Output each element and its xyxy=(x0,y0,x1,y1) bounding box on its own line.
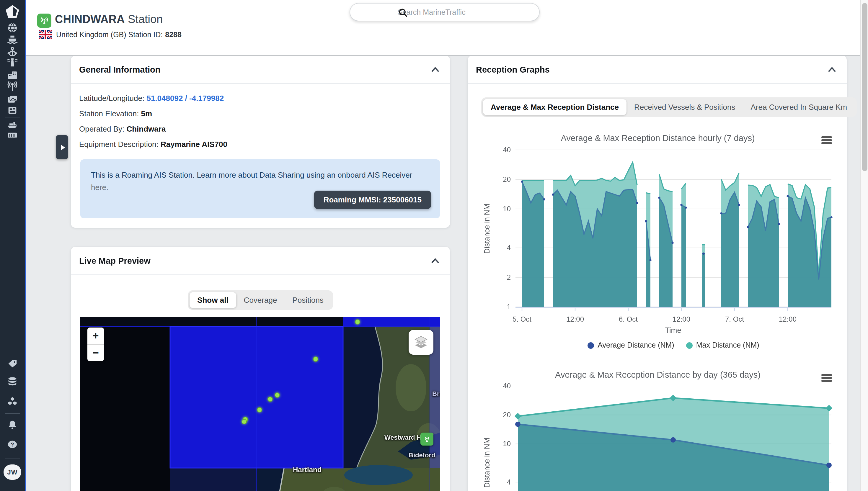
station-meta: United Kingdom (GB) Station ID:8288 xyxy=(39,30,181,39)
container-icon[interactable] xyxy=(6,129,18,141)
collapse-chevron-up-icon[interactable] xyxy=(431,258,439,263)
svg-text:6. Oct: 6. Oct xyxy=(619,315,638,323)
vessel-marker[interactable] xyxy=(274,392,280,398)
notice-text: This is a Roaming AIS Station. Learn mor… xyxy=(91,171,412,179)
vessel-marker[interactable] xyxy=(313,356,318,362)
tab-avg-max-reception-distance[interactable]: Average & Max Reception Distance xyxy=(483,99,626,115)
panel-title: General Information xyxy=(79,65,161,74)
tab-positions[interactable]: Positions xyxy=(285,292,331,308)
sidebar-divider xyxy=(5,117,20,117)
station-country: United Kingdom (GB) Station ID: xyxy=(56,30,163,39)
map-label-bideford: Bideford xyxy=(409,452,435,459)
svg-text:7. Oct: 7. Oct xyxy=(725,315,744,323)
station-id: 8288 xyxy=(165,30,181,39)
lighthouse-icon[interactable] xyxy=(6,57,18,68)
chevron-right-icon xyxy=(60,144,65,150)
ferry-icon[interactable] xyxy=(6,34,18,46)
chart-legend: Average Distance (NM) Max Distance (NM) xyxy=(515,341,831,349)
map-label-westward-ho: Westward H xyxy=(384,434,422,441)
layers-icon xyxy=(413,335,429,350)
roaming-station-notice: This is a Roaming AIS Station. Learn mor… xyxy=(80,159,440,219)
sidebar: ?JW xyxy=(0,0,26,491)
zoom-in-button[interactable]: + xyxy=(87,327,104,345)
collapse-chevron-up-icon[interactable] xyxy=(828,67,836,72)
reception-graph-tabs: Average & Max Reception Distance Receive… xyxy=(481,97,857,117)
help-icon[interactable]: ? xyxy=(6,438,18,450)
panel-title: Live Map Preview xyxy=(79,256,150,265)
legend-max-distance[interactable]: Max Distance (NM) xyxy=(686,341,759,349)
svg-text:10: 10 xyxy=(503,440,511,447)
svg-text:20: 20 xyxy=(503,175,511,183)
svg-text:12:00: 12:00 xyxy=(673,315,690,323)
live-map-header: Live Map Preview xyxy=(71,247,450,275)
page: ?JW CHINDWARA Station United Kingdom (GB… xyxy=(0,0,868,491)
zoom-out-button[interactable]: − xyxy=(87,345,104,361)
vessel-marker[interactable] xyxy=(355,319,360,324)
vessel-icon[interactable] xyxy=(6,118,18,130)
general-information-panel: General Information Latitude/Longitude: … xyxy=(71,55,450,228)
svg-text:2: 2 xyxy=(507,273,511,281)
vessel-marker[interactable] xyxy=(241,419,247,424)
anchor-icon[interactable] xyxy=(6,46,18,58)
svg-text:4: 4 xyxy=(507,478,511,486)
map-layer-tabs: Show all Coverage Positions xyxy=(188,290,333,310)
map-zoom-control: + − xyxy=(87,327,104,361)
live-map[interactable]: + − Westward H Bideford Hartland Bra xyxy=(80,317,440,491)
marinetraffic-logo-icon[interactable] xyxy=(5,4,20,20)
search-input[interactable] xyxy=(396,7,511,17)
svg-text:Average & Max Reception Distan: Average & Max Reception Distance by day … xyxy=(555,370,760,379)
tab-coverage[interactable]: Coverage xyxy=(236,292,285,308)
legend-dot-average xyxy=(588,342,594,348)
photos-icon[interactable] xyxy=(6,93,18,105)
globe-icon[interactable] xyxy=(6,22,18,34)
user-avatar[interactable]: JW xyxy=(4,464,21,480)
page-scrollbar xyxy=(860,0,868,491)
top-header: CHINDWARA Station United Kingdom (GB) St… xyxy=(25,0,868,56)
collapse-chevron-up-icon[interactable] xyxy=(431,67,439,72)
lat-long-link[interactable]: 51.048092 / -4.179982 xyxy=(146,94,224,103)
svg-text:1: 1 xyxy=(507,303,511,311)
svg-text:40: 40 xyxy=(503,146,511,154)
ports-buildings-icon[interactable] xyxy=(6,69,18,81)
news-icon[interactable] xyxy=(6,105,18,116)
scrollbar-thumb[interactable] xyxy=(862,3,867,171)
station-antenna-icon xyxy=(37,13,51,28)
svg-text:4: 4 xyxy=(507,244,511,252)
page-title: CHINDWARA Station xyxy=(55,13,163,26)
database-icon[interactable] xyxy=(6,376,18,388)
page-sections-expand-button[interactable] xyxy=(56,135,68,159)
uk-flag-icon xyxy=(39,30,52,39)
vessel-marker[interactable] xyxy=(257,407,262,412)
map-land-overlay xyxy=(80,317,440,491)
svg-text:Distance in NM: Distance in NM xyxy=(483,438,491,488)
equipment-row: Equipment Description: Raymarine AIS700 xyxy=(79,140,450,149)
tab-show-all[interactable]: Show all xyxy=(190,292,236,308)
ais-station-icon[interactable] xyxy=(6,81,18,93)
search-bar[interactable] xyxy=(349,3,540,21)
svg-text:12:00: 12:00 xyxy=(779,315,796,323)
svg-text:10: 10 xyxy=(503,205,511,213)
vessel-marker[interactable] xyxy=(267,396,273,402)
map-layers-button[interactable] xyxy=(409,330,433,355)
svg-text:20: 20 xyxy=(503,411,511,419)
operated-by-row: Operated By: Chindwara xyxy=(79,124,450,134)
svg-text:40: 40 xyxy=(503,382,511,390)
station-marker-icon[interactable] xyxy=(420,433,433,445)
svg-text:Time: Time xyxy=(665,326,681,334)
panel-title: Reception Graphs xyxy=(476,65,550,74)
tag-icon[interactable] xyxy=(6,357,18,370)
tab-area-covered[interactable]: Area Covered In Square Km xyxy=(743,99,855,115)
legend-average-distance[interactable]: Average Distance (NM) xyxy=(588,341,674,349)
search-icon xyxy=(398,8,408,20)
notifications-bell-icon[interactable] xyxy=(6,419,18,431)
reception-graphs-panel: Reception Graphs Average & Max Reception… xyxy=(468,55,847,491)
sidebar-divider xyxy=(5,459,20,459)
svg-text:Average & Max Reception Distan: Average & Max Reception Distance hourly … xyxy=(561,134,755,143)
general-information-header: General Information xyxy=(71,55,450,84)
notice-here-link[interactable]: here. xyxy=(91,183,108,192)
tab-received-vessels-positions[interactable]: Received Vessels & Positions xyxy=(626,99,743,115)
svg-text:12:00: 12:00 xyxy=(566,315,584,323)
blocks-icon[interactable] xyxy=(6,395,18,407)
reception-graphs-header: Reception Graphs xyxy=(468,55,847,84)
svg-text:?: ? xyxy=(11,441,14,447)
